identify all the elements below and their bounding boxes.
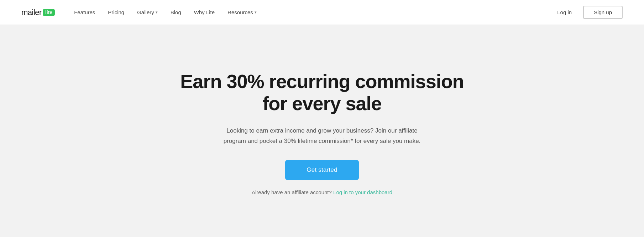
login-button[interactable]: Log in bbox=[551, 6, 577, 18]
nav-item-resources[interactable]: Resources ▾ bbox=[222, 6, 262, 18]
nav-item-pricing[interactable]: Pricing bbox=[103, 6, 129, 18]
hero-footer-static: Already have an affiliate account? bbox=[252, 189, 332, 195]
get-started-button[interactable]: Get started bbox=[285, 160, 358, 180]
hero-footer-link[interactable]: Log in to your dashboard bbox=[333, 189, 392, 195]
hero-title: Earn 30% recurring commission for every … bbox=[180, 70, 465, 114]
nav-item-gallery[interactable]: Gallery ▾ bbox=[132, 6, 163, 18]
nav-item-gallery-label: Gallery bbox=[137, 9, 154, 15]
hero-footer-text: Already have an affiliate account? Log i… bbox=[252, 189, 392, 195]
logo-text-mailer: mailer bbox=[21, 8, 42, 17]
nav-item-resources-label: Resources bbox=[227, 9, 253, 15]
nav-item-blog-label: Blog bbox=[171, 9, 181, 15]
nav-item-why-lite[interactable]: Why Lite bbox=[189, 6, 220, 18]
logo-badge: lite bbox=[43, 9, 55, 16]
nav-item-pricing-label: Pricing bbox=[108, 9, 124, 15]
hero-section: Earn 30% recurring commission for every … bbox=[0, 25, 644, 237]
hero-subtitle: Looking to earn extra income and grow yo… bbox=[215, 126, 429, 146]
navbar: mailer lite Features Pricing Gallery ▾ B… bbox=[0, 0, 644, 25]
signup-button[interactable]: Sign up bbox=[583, 6, 623, 19]
nav-item-blog[interactable]: Blog bbox=[166, 6, 186, 18]
navbar-right: Log in Sign up bbox=[551, 6, 623, 19]
nav-links: Features Pricing Gallery ▾ Blog Why Lite… bbox=[69, 6, 262, 18]
navbar-left: mailer lite Features Pricing Gallery ▾ B… bbox=[21, 6, 262, 18]
chevron-down-icon-resources: ▾ bbox=[255, 10, 257, 15]
chevron-down-icon: ▾ bbox=[156, 10, 158, 15]
nav-item-why-lite-label: Why Lite bbox=[194, 9, 215, 15]
nav-item-features-label: Features bbox=[74, 9, 95, 15]
nav-item-features[interactable]: Features bbox=[69, 6, 100, 18]
logo[interactable]: mailer lite bbox=[21, 8, 55, 17]
